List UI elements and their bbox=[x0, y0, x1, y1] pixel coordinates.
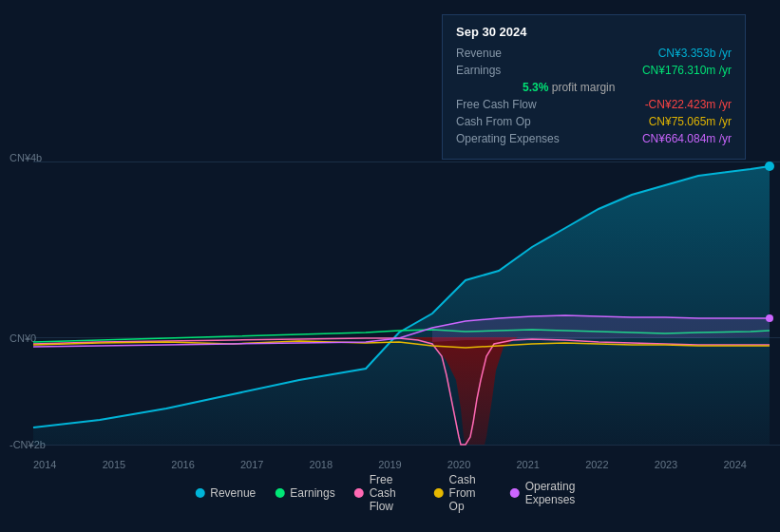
x-label-2021: 2021 bbox=[516, 459, 539, 470]
x-label-2014: 2014 bbox=[33, 459, 56, 470]
tooltip-date: Sep 30 2024 bbox=[456, 25, 732, 39]
profit-margin-row: 5.3% profit margin bbox=[456, 81, 732, 94]
earnings-label: Earnings bbox=[456, 64, 501, 77]
legend-dot-cashop bbox=[434, 488, 444, 498]
legend-dot-earnings bbox=[275, 488, 284, 498]
legend-revenue: Revenue bbox=[195, 486, 256, 500]
x-label-2020: 2020 bbox=[447, 459, 470, 470]
x-label-2019: 2019 bbox=[378, 459, 401, 470]
x-label-2024: 2024 bbox=[723, 459, 746, 470]
legend-dot-revenue bbox=[195, 488, 204, 498]
legend-opex: Operating Expenses bbox=[510, 480, 585, 506]
tooltip-row-fcf: Free Cash Flow -CN¥22.423m /yr bbox=[456, 98, 732, 111]
tooltip-row-revenue: Revenue CN¥3.353b /yr bbox=[456, 47, 732, 60]
x-label-2018: 2018 bbox=[310, 459, 333, 470]
tooltip-box: Sep 30 2024 Revenue CN¥3.353b /yr Earnin… bbox=[442, 14, 746, 160]
fcf-value: -CN¥22.423m /yr bbox=[645, 98, 732, 111]
opex-endpoint bbox=[766, 314, 773, 322]
chart-legend: Revenue Earnings Free Cash Flow Cash Fro… bbox=[195, 473, 585, 513]
legend-label-cashop: Cash From Op bbox=[449, 473, 491, 513]
x-label-2017: 2017 bbox=[240, 459, 263, 470]
legend-label-fcf: Free Cash Flow bbox=[370, 473, 415, 513]
legend-dot-fcf bbox=[354, 488, 364, 498]
revenue-endpoint bbox=[765, 162, 774, 171]
legend-label-opex: Operating Expenses bbox=[525, 480, 585, 506]
legend-cashop: Cash From Op bbox=[434, 473, 491, 513]
legend-dot-opex bbox=[510, 488, 520, 498]
x-label-2023: 2023 bbox=[655, 459, 677, 470]
chart-container: CN¥4b CN¥0 -CN¥2b bbox=[0, 0, 780, 532]
x-label-2015: 2015 bbox=[103, 459, 125, 470]
legend-fcf: Free Cash Flow bbox=[354, 473, 415, 513]
profit-margin-label: profit margin bbox=[552, 81, 616, 94]
cashop-label: Cash From Op bbox=[456, 115, 531, 128]
revenue-area bbox=[33, 166, 770, 445]
cashop-value: CN¥75.065m /yr bbox=[649, 115, 732, 128]
legend-label-earnings: Earnings bbox=[290, 486, 334, 500]
x-label-2016: 2016 bbox=[171, 459, 194, 470]
legend-earnings: Earnings bbox=[275, 486, 334, 500]
earnings-value: CN¥176.310m /yr bbox=[642, 64, 732, 77]
tooltip-row-cashop: Cash From Op CN¥75.065m /yr bbox=[456, 115, 732, 128]
opex-label: Operating Expenses bbox=[456, 132, 560, 145]
tooltip-row-earnings: Earnings CN¥176.310m /yr bbox=[456, 64, 732, 77]
revenue-value: CN¥3.353b /yr bbox=[658, 47, 732, 60]
opex-value: CN¥664.084m /yr bbox=[642, 132, 732, 145]
x-label-2022: 2022 bbox=[585, 459, 608, 470]
tooltip-row-opex: Operating Expenses CN¥664.084m /yr bbox=[456, 132, 732, 145]
revenue-label: Revenue bbox=[456, 47, 502, 60]
legend-label-revenue: Revenue bbox=[210, 486, 256, 500]
x-axis-labels: 2014 2015 2016 2017 2018 2019 2020 2021 … bbox=[0, 459, 780, 470]
profit-margin-value: 5.3% bbox=[523, 81, 548, 94]
fcf-label: Free Cash Flow bbox=[456, 98, 537, 111]
